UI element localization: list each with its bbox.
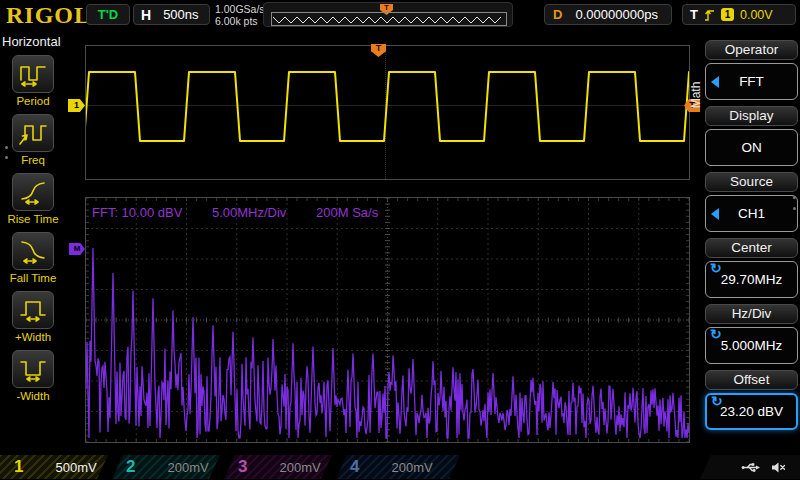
sidebar-item-pos-width[interactable]: +Width [0,291,66,343]
plus-width-icon [18,297,48,323]
menu-item-center[interactable]: Center ↻ 29.70MHz [705,238,798,298]
fall-time-icon [18,238,48,264]
sidebar-item-label: Freq [21,154,45,166]
menu-value[interactable]: ↻ 29.70MHz [705,261,798,298]
rotate-knob-icon: ↻ [710,260,722,276]
arrow-left-icon [711,208,719,220]
preview-zigzag-wave [273,14,505,26]
sidebar-item-period[interactable]: Period [0,55,66,107]
menu-value[interactable]: FFT [705,63,798,100]
menu-value[interactable]: CH1 [705,195,798,232]
speaker-muted-icon [771,461,786,474]
menu-value[interactable]: ON [705,129,798,166]
measure-sidebar: Horizontal Period Freq Rise Time Fall Ti… [0,30,66,455]
channel-number: 2 [126,457,135,477]
trigger-status-badge: T'D [86,4,130,25]
sidebar-item-fall-time[interactable]: Fall Time [0,232,66,284]
math-menu-tab: Math [689,82,703,109]
fft-sample-rate: 200M Sa/s [316,205,378,220]
fft-hdiv: 5.00MHz/Div [212,205,286,220]
rotate-knob-icon: ↻ [711,393,723,409]
timebase-value: 500ns [163,7,198,22]
ch1-ground-marker[interactable]: 1 [68,99,85,112]
channel-scale: 500mV [55,460,96,475]
ch1-square-wave [86,46,689,179]
trigger-label: T [690,7,698,22]
menu-value-text: CH1 [738,206,765,221]
menu-value-text: 29.70MHz [721,272,783,287]
sidebar-item-label: Fall Time [10,272,57,284]
menu-value-text: FFT [739,74,764,89]
rigol-logo: RIGOL [6,2,91,29]
page-indicator-dot [793,196,796,199]
rising-edge-icon [704,8,715,22]
trigger-level-value: 0.00V [740,8,773,22]
sidebar-title: Horizontal [2,34,66,49]
channel-scale: 200mV [391,460,432,475]
channel-scale: 200mV [167,460,208,475]
page-indicator-dot [5,146,8,149]
page-indicator-dot [5,156,8,159]
sidebar-item-label: -Width [16,390,49,402]
waveform-preview-strip[interactable]: T [263,2,513,27]
channel-scale: 200mV [279,460,320,475]
channel-number: 3 [238,457,247,477]
menu-value-text: 23.20 dBV [720,404,783,419]
acquisition-info: 1.00GSa/s 6.00k pts [215,3,265,27]
sidebar-item-label: Rise Time [7,213,58,225]
menu-label: Display [705,106,798,126]
menu-label: Operator [705,40,798,60]
status-icons [700,455,800,479]
menu-item-source[interactable]: Source CH1 [705,172,798,232]
channel4-status[interactable]: 4 200mV [336,455,460,479]
fft-spectrum-plot [86,198,689,442]
delay-box[interactable]: D 0.00000000ps [544,4,672,25]
sidebar-item-freq[interactable]: Freq [0,114,66,166]
timebase-box[interactable]: H 500ns [133,4,210,25]
usb-icon [741,461,761,474]
rotate-knob-icon: ↻ [710,326,722,342]
page-indicator-dot [793,207,796,210]
fft-scale: FFT: 10.00 dBV [92,205,182,220]
sample-rate: 1.00GSa/s [215,3,265,15]
menu-label: Hz/Div [705,304,798,324]
memory-depth: 6.00k pts [215,15,265,27]
channel-number: 1 [14,457,23,477]
sidebar-item-label: +Width [15,331,51,343]
arrow-left-icon [711,76,719,88]
menu-value-text: 5.000MHz [721,338,783,353]
channel1-status[interactable]: 1 500mV [0,455,108,479]
menu-value-selected[interactable]: ↻ 23.20 dBV [705,393,798,430]
math-trace-marker[interactable]: M [69,243,85,255]
menu-value-text: ON [741,140,761,155]
menu-item-operator[interactable]: Operator FFT [705,40,798,100]
timebase-label: H [141,7,151,23]
fft-graticule: FFT: 10.00 dBV 5.00MHz/Div 200M Sa/s [85,197,690,443]
rise-time-icon [18,179,48,205]
oscilloscope-screen: RIGOL T'D H 500ns 1.00GSa/s 6.00k pts T … [0,0,800,480]
menu-label: Center [705,238,798,258]
channel-number: 4 [350,457,359,477]
delay-label: D [553,7,562,22]
menu-label: Source [705,172,798,192]
sidebar-item-neg-width[interactable]: -Width [0,350,66,402]
channel3-status[interactable]: 3 200mV [224,455,332,479]
delay-value: 0.00000000ps [562,7,671,22]
sidebar-item-rise-time[interactable]: Rise Time [0,173,66,225]
freq-icon [18,120,48,146]
time-domain-graticule [85,45,690,180]
trigger-box[interactable]: T 1 0.00V [682,4,796,25]
menu-item-hzdiv[interactable]: Hz/Div ↻ 5.000MHz [705,304,798,364]
math-menu: Operator FFT Display ON Source CH1 Cente… [705,40,798,436]
sidebar-item-label: Period [16,95,49,107]
preview-window [271,12,507,26]
fft-annotation: FFT: 10.00 dBV 5.00MHz/Div 200M Sa/s [92,205,404,220]
menu-item-display[interactable]: Display ON [705,106,798,166]
period-icon [18,61,48,87]
trigger-source-badge: 1 [721,8,734,21]
menu-label: Offset [705,370,798,390]
menu-value[interactable]: ↻ 5.000MHz [705,327,798,364]
channel2-status[interactable]: 2 200mV [112,455,220,479]
menu-item-offset[interactable]: Offset ↻ 23.20 dBV [705,370,798,430]
minus-width-icon [18,356,48,382]
